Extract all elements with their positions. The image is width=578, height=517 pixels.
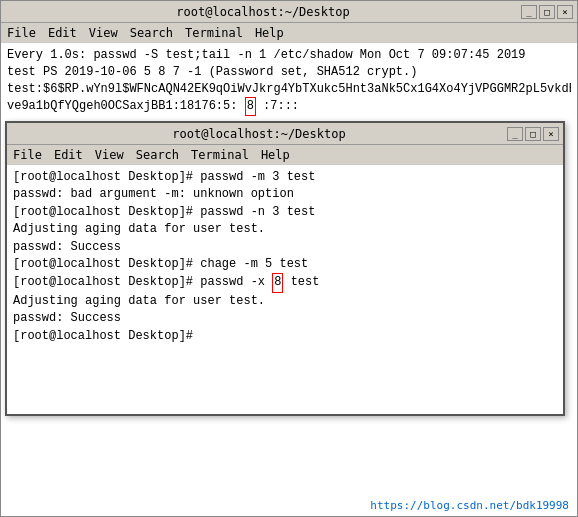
inner-menu-help[interactable]: Help <box>261 148 290 162</box>
outer-line3-text: test:$6$RP.wYn9l$WFNcAQN42EK9qOiWvJkrg4Y… <box>7 82 571 96</box>
outer-menubar: File Edit View Search Terminal Help <box>1 23 577 43</box>
menu-edit[interactable]: Edit <box>48 26 77 40</box>
outer-line1: Every 1.0s: passwd -S test;tail -n 1 /et… <box>7 47 571 64</box>
inner-minimize-btn[interactable]: _ <box>507 127 523 141</box>
inner-maximize-btn[interactable]: □ <box>525 127 541 141</box>
inner-line5-text: passwd: Success <box>13 240 121 254</box>
inner-content: [root@localhost Desktop]# passwd -m 3 te… <box>7 165 563 414</box>
outer-terminal: root@localhost:~/Desktop _ □ × File Edit… <box>0 0 578 517</box>
inner-line4: Adjusting aging data for user test. <box>13 221 557 238</box>
outer-line4-prefix: ve9a1bQfYQgeh0OCSaxjBB1:18176:5: <box>7 99 237 113</box>
inner-controls[interactable]: _ □ × <box>507 127 559 141</box>
outer-line4-highlight: 8 <box>245 97 256 116</box>
menu-terminal[interactable]: Terminal <box>185 26 243 40</box>
inner-line10-text: [root@localhost Desktop]# <box>13 329 193 343</box>
outer-line2: test PS 2019-10-06 5 8 7 -1 (Password se… <box>7 64 571 81</box>
inner-line5: passwd: Success <box>13 239 557 256</box>
inner-line8: Adjusting aging data for user test. <box>13 293 557 310</box>
outer-line4: ve9a1bQfYQgeh0OCSaxjBB1:18176:5: 8 :7::: <box>7 97 571 116</box>
inner-line2: passwd: bad argument -m: unknown option <box>13 186 557 203</box>
maximize-btn[interactable]: □ <box>539 5 555 19</box>
inner-terminal: root@localhost:~/Desktop _ □ × File Edit… <box>5 121 565 416</box>
inner-line4-text: Adjusting aging data for user test. <box>13 222 265 236</box>
inner-menu-view[interactable]: View <box>95 148 124 162</box>
outer-line1-prefix: Every 1.0s: passwd -S test;tail -n 1 /et… <box>7 48 353 62</box>
inner-line9: passwd: Success <box>13 310 557 327</box>
watermark: https://blog.csdn.net/bdk19998 <box>370 499 569 512</box>
inner-line7-highlight: 8 <box>272 273 283 292</box>
inner-titlebar: root@localhost:~/Desktop _ □ × <box>7 123 563 145</box>
inner-line6: [root@localhost Desktop]# chage -m 5 tes… <box>13 256 557 273</box>
inner-line8-text: Adjusting aging data for user test. <box>13 294 265 308</box>
inner-line7-prefix: [root@localhost Desktop]# passwd -x <box>13 275 272 289</box>
outer-controls[interactable]: _ □ × <box>521 5 573 19</box>
inner-menu-terminal[interactable]: Terminal <box>191 148 249 162</box>
inner-line3: [root@localhost Desktop]# passwd -n 3 te… <box>13 204 557 221</box>
outer-line1-suffix: Mon Oct 7 09:07:45 2019 <box>360 48 526 62</box>
menu-file[interactable]: File <box>7 26 36 40</box>
inner-menu-edit[interactable]: Edit <box>54 148 83 162</box>
inner-title: root@localhost:~/Desktop <box>11 127 507 141</box>
menu-search[interactable]: Search <box>130 26 173 40</box>
inner-line1-text: [root@localhost Desktop]# passwd -m 3 te… <box>13 170 315 184</box>
outer-titlebar: root@localhost:~/Desktop _ □ × <box>1 1 577 23</box>
inner-line1: [root@localhost Desktop]# passwd -m 3 te… <box>13 169 557 186</box>
inner-line9-text: passwd: Success <box>13 311 121 325</box>
close-btn[interactable]: × <box>557 5 573 19</box>
inner-line7-suffix: test <box>291 275 320 289</box>
inner-menu-file[interactable]: File <box>13 148 42 162</box>
outer-line2-text: test PS 2019-10-06 5 8 7 -1 (Password se… <box>7 65 417 79</box>
inner-line2-text: passwd: bad argument -m: unknown option <box>13 187 294 201</box>
inner-line10: [root@localhost Desktop]# <box>13 328 557 345</box>
inner-line3-text: [root@localhost Desktop]# passwd -n 3 te… <box>13 205 315 219</box>
outer-title: root@localhost:~/Desktop <box>5 5 521 19</box>
outer-line3: test:$6$RP.wYn9l$WFNcAQN42EK9qOiWvJkrg4Y… <box>7 81 571 98</box>
minimize-btn[interactable]: _ <box>521 5 537 19</box>
outer-line4-suffix: :7::: <box>263 99 299 113</box>
inner-close-btn[interactable]: × <box>543 127 559 141</box>
inner-line7: [root@localhost Desktop]# passwd -x 8 te… <box>13 273 557 292</box>
menu-help[interactable]: Help <box>255 26 284 40</box>
menu-view[interactable]: View <box>89 26 118 40</box>
inner-line6-text: [root@localhost Desktop]# chage -m 5 tes… <box>13 257 308 271</box>
inner-menu-search[interactable]: Search <box>136 148 179 162</box>
inner-menubar: File Edit View Search Terminal Help <box>7 145 563 165</box>
